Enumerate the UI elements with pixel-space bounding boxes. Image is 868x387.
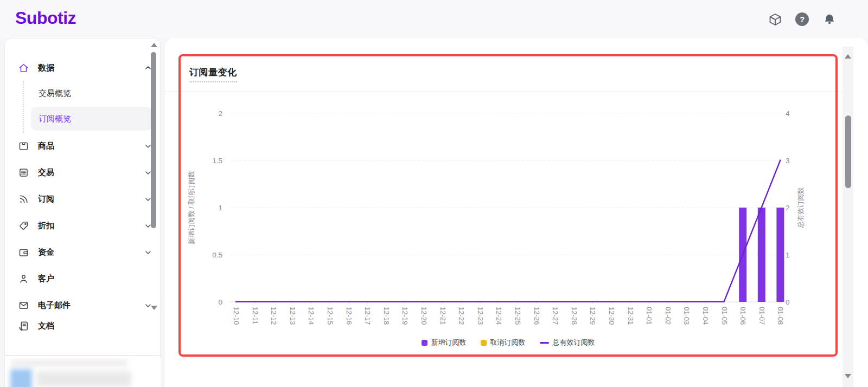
- svg-text:01-05: 01-05: [720, 307, 729, 325]
- chart-legend: 新增订阅数取消订阅数总有效订阅数: [178, 338, 838, 347]
- legend-label: 总有效订阅数: [553, 338, 595, 347]
- sidebar-item-label: 交易: [38, 167, 144, 178]
- sidebar-item-funds[interactable]: 资金: [5, 239, 161, 266]
- svg-text:12-28: 12-28: [570, 307, 578, 325]
- blurred-account-area: [5, 358, 161, 387]
- document-icon: [18, 320, 30, 332]
- svg-text:12-24: 12-24: [495, 307, 503, 325]
- sidebar-scroll-down-arrow[interactable]: [151, 306, 157, 310]
- help-glyph: ?: [800, 15, 805, 24]
- svg-text:1.5: 1.5: [212, 157, 222, 165]
- legend-line-marker: [540, 342, 549, 344]
- sidebar-item-label: 电子邮件: [38, 300, 144, 311]
- svg-text:01-07: 01-07: [758, 307, 766, 325]
- svg-text:1: 1: [786, 251, 790, 259]
- subitem-connector-line: [23, 81, 24, 133]
- svg-text:新增订阅数 / 取消订阅数: 新增订阅数 / 取消订阅数: [188, 171, 195, 244]
- sidebar-divider: [5, 355, 161, 356]
- sidebar-item-label: 订阅: [38, 194, 144, 204]
- svg-text:01-03: 01-03: [682, 307, 691, 325]
- svg-text:12-17: 12-17: [363, 307, 372, 325]
- main-scrollbar-track[interactable]: [843, 47, 853, 387]
- svg-text:12-14: 12-14: [307, 307, 315, 325]
- svg-text:01-04: 01-04: [701, 307, 710, 325]
- subitem-label: 交易概览: [39, 88, 71, 99]
- svg-text:12-21: 12-21: [439, 307, 447, 325]
- svg-text:总有效订阅数: 总有效订阅数: [797, 187, 805, 229]
- sidebar-item-label: 折扣: [38, 221, 144, 231]
- help-icon[interactable]: ?: [795, 12, 809, 27]
- sidebar-item-label: 客户: [38, 274, 152, 284]
- blurred-avatar: [10, 369, 32, 387]
- svg-text:12-22: 12-22: [457, 307, 465, 325]
- main-scroll-down-arrow[interactable]: [845, 374, 851, 378]
- sidebar-item-email[interactable]: 电子邮件: [5, 292, 161, 312]
- sidebar-item-subscriptions[interactable]: 订阅: [5, 186, 161, 212]
- main-content: 订阅量变化 00.511.5201234新增订阅数 / 取消订阅数总有效订阅数1…: [165, 38, 868, 387]
- svg-text:12-13: 12-13: [289, 307, 297, 325]
- sidebar-item-label: 商品: [38, 141, 144, 151]
- svg-text:12-16: 12-16: [345, 307, 353, 325]
- svg-text:12-23: 12-23: [476, 307, 484, 325]
- svg-text:12-27: 12-27: [551, 307, 559, 325]
- rss-icon: [18, 194, 30, 205]
- legend-item-2[interactable]: 总有效订阅数: [540, 338, 595, 347]
- svg-text:12-26: 12-26: [533, 307, 541, 325]
- sidebar-subitem-subscription-overview-active[interactable]: 订阅概览: [31, 107, 152, 131]
- person-icon: [18, 273, 30, 285]
- svg-text:01-08: 01-08: [776, 307, 784, 325]
- mail-icon: [18, 300, 30, 312]
- sidebar-item-docs[interactable]: 文档: [5, 313, 161, 339]
- svg-text:12-20: 12-20: [420, 307, 428, 325]
- brand-logo[interactable]: Subotiz: [15, 8, 76, 28]
- svg-text:12-15: 12-15: [326, 307, 334, 325]
- sidebar-item-products[interactable]: 商品: [5, 133, 161, 159]
- legend-item-0[interactable]: 新增订阅数: [422, 338, 467, 347]
- subscriptions-chart: 00.511.5201234新增订阅数 / 取消订阅数总有效订阅数12-1012…: [165, 38, 868, 387]
- svg-text:01-06: 01-06: [739, 307, 747, 325]
- legend-square-marker: [481, 340, 487, 346]
- svg-text:2: 2: [218, 109, 222, 118]
- svg-text:12-30: 12-30: [608, 307, 616, 325]
- main-scroll-up-arrow[interactable]: [845, 54, 851, 59]
- blurred-text-row: [11, 359, 128, 367]
- subitem-label: 订阅概览: [39, 114, 71, 124]
- svg-text:1: 1: [218, 204, 222, 212]
- sidebar-menu: 数据 交易概览 订阅概览 商品 交易: [5, 38, 161, 312]
- header-icons: ?: [768, 12, 837, 27]
- legend-item-1[interactable]: 取消订阅数: [481, 338, 526, 347]
- blurred-text-block: [36, 371, 131, 386]
- sidebar-scrollbar-thumb[interactable]: [151, 52, 156, 228]
- svg-text:12-19: 12-19: [401, 307, 409, 325]
- svg-text:12-29: 12-29: [589, 307, 597, 325]
- notifications-bell-icon[interactable]: [822, 12, 837, 27]
- legend-label: 取消订阅数: [490, 338, 526, 347]
- svg-text:01-02: 01-02: [664, 307, 672, 325]
- svg-text:3: 3: [786, 157, 790, 165]
- sidebar-item-data[interactable]: 数据: [5, 55, 161, 81]
- legend-label: 新增订阅数: [431, 338, 467, 347]
- svg-text:0.5: 0.5: [212, 251, 222, 259]
- svg-text:0: 0: [218, 298, 222, 306]
- product-box-icon: [18, 140, 30, 152]
- svg-text:12-12: 12-12: [270, 307, 278, 325]
- sidebar: 数据 交易概览 订阅概览 商品 交易: [4, 38, 161, 387]
- chevron-down-icon: [144, 248, 152, 257]
- sidebar-subitem-transaction-overview[interactable]: 交易概览: [5, 81, 161, 106]
- sidebar-scroll-up-arrow[interactable]: [151, 43, 157, 47]
- svg-text:01-01: 01-01: [645, 307, 653, 325]
- svg-text:12-31: 12-31: [627, 307, 635, 325]
- legend-square-marker: [422, 340, 427, 346]
- sidebar-item-label: 数据: [38, 63, 144, 73]
- package-icon[interactable]: [768, 12, 782, 27]
- svg-text:12-11: 12-11: [251, 307, 259, 324]
- sidebar-item-customers[interactable]: 客户: [5, 266, 161, 292]
- home-icon: [18, 62, 30, 74]
- sidebar-item-discounts[interactable]: 折扣: [5, 212, 161, 239]
- transactions-list-icon: [18, 167, 30, 179]
- svg-text:12-18: 12-18: [382, 307, 391, 325]
- svg-text:12-10: 12-10: [232, 307, 240, 325]
- sidebar-item-transactions[interactable]: 交易: [5, 159, 161, 186]
- main-scrollbar-thumb[interactable]: [845, 115, 851, 188]
- tag-icon: [18, 220, 30, 232]
